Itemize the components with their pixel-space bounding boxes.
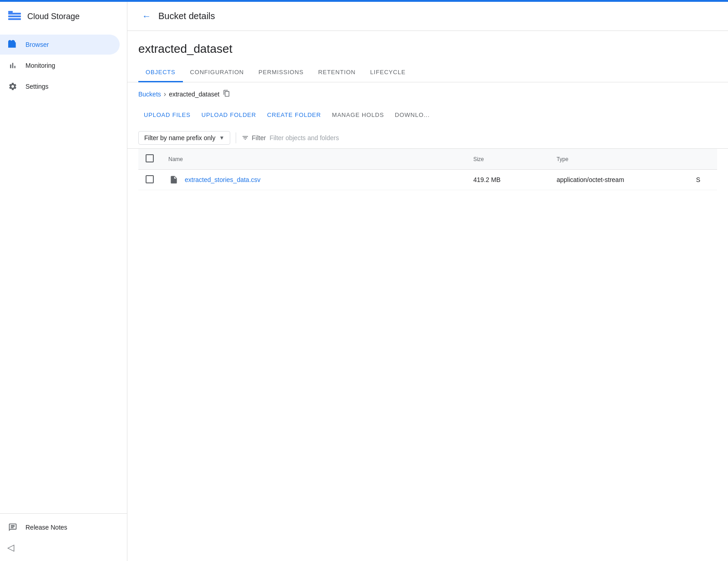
action-buttons: UPLOAD FILES UPLOAD FOLDER CREATE FOLDER… — [127, 104, 728, 127]
collapse-icon: ◁ — [7, 542, 14, 553]
sidebar-collapse-button[interactable]: ◁ — [0, 537, 127, 557]
col-header-name: Name — [161, 149, 466, 170]
back-button[interactable]: ← — [138, 8, 155, 25]
svg-rect-0 — [8, 13, 21, 15]
sidebar-bottom: Release Notes ◁ — [0, 513, 127, 561]
download-button[interactable]: DOWNLO... — [389, 108, 435, 122]
sidebar-header: Cloud Storage — [0, 2, 127, 31]
col-header-type: Type — [549, 149, 689, 170]
filter-input[interactable] — [269, 134, 717, 142]
settings-icon — [7, 81, 18, 92]
filter-icon — [242, 134, 249, 142]
tabs-bar: OBJECTS CONFIGURATION PERMISSIONS RETENT… — [127, 63, 728, 82]
file-icon — [168, 174, 179, 185]
objects-table: Name Size Type — [138, 149, 717, 190]
sidebar: Cloud Storage Browser Monitorin — [0, 2, 127, 561]
manage-holds-button[interactable]: MANAGE HOLDS — [327, 108, 389, 122]
row-checkbox-cell — [138, 170, 161, 190]
breadcrumb-separator: › — [164, 90, 166, 98]
row-size-cell: 419.2 MB — [466, 170, 549, 190]
main-content: ← Bucket details extracted_dataset OBJEC… — [127, 2, 728, 561]
filter-divider — [236, 132, 236, 143]
file-name-link[interactable]: extracted_stories_data.csv — [185, 176, 261, 183]
upload-folder-button[interactable]: UPLOAD FOLDER — [196, 108, 262, 122]
back-arrow-icon: ← — [142, 11, 151, 21]
browser-icon — [7, 39, 18, 50]
row-checkbox[interactable] — [146, 175, 154, 183]
upload-files-button[interactable]: UPLOAD FILES — [138, 108, 196, 122]
tab-configuration[interactable]: CONFIGURATION — [183, 63, 252, 82]
sidebar-item-monitoring-label: Monitoring — [25, 62, 55, 69]
filter-icon-label: Filter — [242, 134, 266, 142]
monitoring-icon — [7, 60, 18, 71]
page-title: Bucket details — [158, 11, 215, 21]
tab-permissions[interactable]: PERMISSIONS — [251, 63, 311, 82]
col-header-size: Size — [466, 149, 549, 170]
sidebar-item-monitoring[interactable]: Monitoring — [0, 56, 120, 76]
release-notes-label: Release Notes — [25, 524, 67, 531]
sidebar-title: Cloud Storage — [27, 12, 80, 21]
bucket-section: extracted_dataset — [127, 31, 728, 63]
filter-dropdown[interactable]: Filter by name prefix only ▼ — [138, 131, 230, 145]
svg-rect-2 — [8, 18, 21, 20]
col-header-extra — [689, 149, 717, 170]
main-header: ← Bucket details — [127, 2, 728, 31]
breadcrumb-current: extracted_dataset — [169, 91, 219, 98]
row-name-cell: extracted_stories_data.csv — [161, 170, 466, 190]
sidebar-item-settings-label: Settings — [25, 83, 49, 90]
tab-objects[interactable]: OBJECTS — [138, 63, 183, 82]
select-all-checkbox[interactable] — [146, 154, 154, 162]
tab-retention[interactable]: RETENTION — [311, 63, 363, 82]
breadcrumb: Buckets › extracted_dataset — [127, 82, 728, 104]
release-notes-icon — [7, 522, 18, 533]
table-row: extracted_stories_data.csv 419.2 MB appl… — [138, 170, 717, 190]
copy-bucket-name-icon[interactable] — [223, 90, 230, 99]
row-extra-cell: S — [689, 170, 717, 190]
chevron-down-icon: ▼ — [219, 135, 224, 141]
sidebar-item-browser-label: Browser — [25, 41, 49, 48]
filter-label: Filter — [252, 134, 266, 142]
sidebar-nav: Browser Monitoring Settings — [0, 31, 127, 513]
sidebar-item-settings[interactable]: Settings — [0, 76, 120, 96]
filter-bar: Filter by name prefix only ▼ Filter — [127, 127, 728, 149]
table-container: Name Size Type — [127, 149, 728, 190]
cloud-storage-logo — [7, 9, 22, 24]
create-folder-button[interactable]: CREATE FOLDER — [262, 108, 327, 122]
content-area: Buckets › extracted_dataset UPLOAD FILES… — [127, 82, 728, 561]
col-header-checkbox — [138, 149, 161, 170]
sidebar-item-browser[interactable]: Browser — [0, 35, 120, 55]
tab-lifecycle[interactable]: LIFECYCLE — [363, 63, 413, 82]
table-header-row: Name Size Type — [138, 149, 717, 170]
row-type-cell: application/octet-stream — [549, 170, 689, 190]
filter-dropdown-label: Filter by name prefix only — [144, 134, 215, 142]
bucket-name: extracted_dataset — [138, 42, 717, 56]
breadcrumb-buckets-link[interactable]: Buckets — [138, 91, 161, 98]
sidebar-item-release-notes[interactable]: Release Notes — [0, 517, 127, 537]
svg-rect-3 — [8, 11, 13, 13]
svg-rect-1 — [8, 15, 21, 17]
